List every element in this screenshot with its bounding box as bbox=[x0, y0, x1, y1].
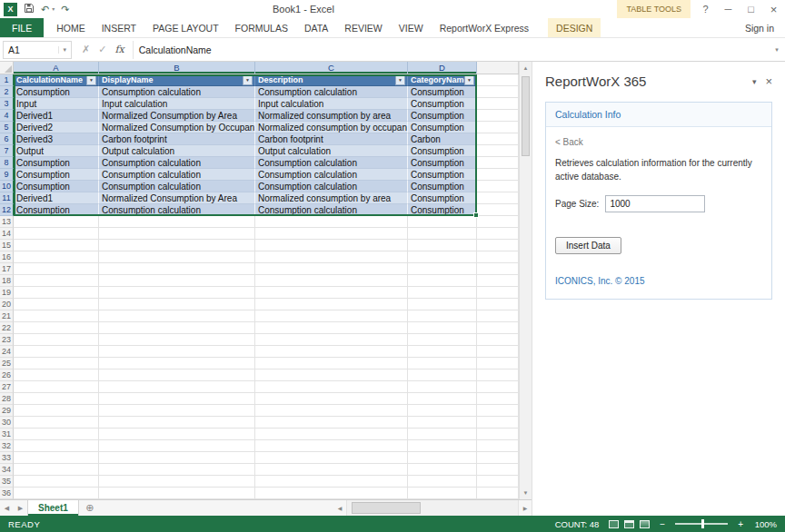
zoom-in-button[interactable]: + bbox=[738, 519, 743, 529]
empty-cell[interactable] bbox=[99, 440, 255, 452]
row-header-10[interactable]: 10 bbox=[0, 181, 14, 192]
empty-cell[interactable] bbox=[255, 240, 408, 251]
empty-cell[interactable] bbox=[477, 157, 519, 169]
close-button[interactable]: × bbox=[762, 0, 785, 18]
row-header-21[interactable]: 21 bbox=[0, 310, 14, 322]
empty-cell[interactable] bbox=[408, 393, 477, 405]
empty-cell[interactable] bbox=[99, 417, 255, 429]
table-cell[interactable]: Consumption calculation bbox=[255, 169, 408, 181]
restore-button[interactable]: □ bbox=[740, 0, 762, 18]
empty-cell[interactable] bbox=[255, 322, 408, 334]
table-cell[interactable]: Normalized consumption by area bbox=[255, 110, 408, 122]
row-header-29[interactable]: 29 bbox=[0, 405, 14, 417]
cancel-icon[interactable]: ✗ bbox=[82, 44, 90, 55]
empty-cell[interactable] bbox=[477, 429, 519, 440]
empty-cell[interactable] bbox=[14, 381, 99, 393]
empty-cell[interactable] bbox=[14, 476, 99, 488]
empty-cell[interactable] bbox=[255, 310, 408, 322]
ribbon-tab-insert[interactable]: INSERT bbox=[94, 18, 144, 37]
empty-cell[interactable] bbox=[255, 476, 408, 488]
table-cell[interactable]: Consumption bbox=[408, 181, 477, 192]
row-header-25[interactable]: 25 bbox=[0, 358, 14, 369]
empty-cell[interactable] bbox=[99, 310, 255, 322]
empty-cell[interactable] bbox=[477, 110, 519, 122]
empty-cell[interactable] bbox=[408, 263, 477, 275]
page-size-input[interactable] bbox=[605, 195, 705, 212]
table-cell[interactable]: Consumption calculation bbox=[255, 204, 408, 216]
fill-handle[interactable] bbox=[473, 212, 479, 218]
row-header-3[interactable]: 3 bbox=[0, 98, 14, 110]
empty-cell[interactable] bbox=[99, 346, 255, 358]
undo-dropdown-icon[interactable]: ▾ bbox=[52, 6, 55, 12]
empty-cell[interactable] bbox=[408, 417, 477, 429]
empty-cell[interactable] bbox=[99, 393, 255, 405]
empty-cell[interactable] bbox=[408, 488, 477, 499]
iconics-copyright-link[interactable]: ICONICS, Inc. © 2015 bbox=[555, 276, 762, 286]
zoom-percentage[interactable]: 100% bbox=[753, 519, 777, 529]
ribbon-tab-view[interactable]: VIEW bbox=[391, 18, 432, 37]
filter-dropdown-button[interactable]: ▼ bbox=[395, 75, 405, 85]
empty-cell[interactable] bbox=[99, 381, 255, 393]
empty-cell[interactable] bbox=[408, 240, 477, 251]
table-cell[interactable]: Input calculation bbox=[99, 98, 255, 110]
row-header-23[interactable]: 23 bbox=[0, 334, 14, 346]
table-cell[interactable]: Derived1 bbox=[14, 110, 99, 122]
empty-cell[interactable] bbox=[14, 464, 99, 476]
empty-cell[interactable] bbox=[255, 417, 408, 429]
empty-cell[interactable] bbox=[255, 452, 408, 464]
empty-cell[interactable] bbox=[477, 369, 519, 381]
row-header-16[interactable]: 16 bbox=[0, 251, 14, 263]
empty-cell[interactable] bbox=[408, 476, 477, 488]
empty-cell[interactable] bbox=[99, 299, 255, 310]
empty-cell[interactable] bbox=[99, 429, 255, 440]
table-header-cell[interactable]: Description▼ bbox=[255, 74, 408, 86]
empty-cell[interactable] bbox=[477, 98, 519, 110]
empty-cell[interactable] bbox=[477, 228, 519, 240]
table-cell[interactable]: Consumption bbox=[408, 145, 477, 157]
table-cell[interactable]: Consumption calculation bbox=[99, 169, 255, 181]
empty-cell[interactable] bbox=[255, 429, 408, 440]
empty-cell[interactable] bbox=[99, 322, 255, 334]
row-header-12[interactable]: 12 bbox=[0, 204, 14, 216]
table-cell[interactable]: Normalized consumption by occupancy bbox=[255, 122, 408, 133]
empty-cell[interactable] bbox=[477, 346, 519, 358]
empty-cell[interactable] bbox=[408, 216, 477, 228]
table-cell[interactable]: Consumption bbox=[408, 157, 477, 169]
ribbon-tab-data[interactable]: DATA bbox=[296, 18, 336, 37]
empty-cell[interactable] bbox=[477, 310, 519, 322]
table-cell[interactable]: Consumption calculation bbox=[99, 86, 255, 98]
table-cell[interactable]: Derived3 bbox=[14, 133, 99, 145]
pane-close-icon[interactable]: × bbox=[762, 74, 772, 88]
column-header-B[interactable]: B bbox=[99, 62, 255, 74]
empty-cell[interactable] bbox=[255, 405, 408, 417]
empty-cell[interactable] bbox=[408, 275, 477, 287]
empty-cell[interactable] bbox=[408, 405, 477, 417]
empty-cell[interactable] bbox=[255, 381, 408, 393]
table-cell[interactable]: Consumption bbox=[408, 192, 477, 204]
table-cell[interactable]: Consumption bbox=[408, 169, 477, 181]
table-cell[interactable]: Input bbox=[14, 98, 99, 110]
help-button[interactable]: ? bbox=[694, 0, 717, 18]
empty-cell[interactable] bbox=[255, 275, 408, 287]
empty-cell[interactable] bbox=[477, 452, 519, 464]
ribbon-tab-design[interactable]: DESIGN bbox=[548, 18, 601, 37]
insert-function-icon[interactable]: fx bbox=[114, 44, 124, 55]
row-header-13[interactable]: 13 bbox=[0, 216, 14, 228]
table-cell[interactable]: Consumption bbox=[14, 157, 99, 169]
table-cell[interactable]: Consumption calculation bbox=[255, 86, 408, 98]
empty-cell[interactable] bbox=[99, 405, 255, 417]
scroll-left-icon[interactable]: ◀ bbox=[333, 500, 346, 516]
empty-cell[interactable] bbox=[14, 488, 99, 499]
empty-cell[interactable] bbox=[14, 251, 99, 263]
column-header-D[interactable]: D bbox=[408, 62, 477, 74]
table-cell[interactable]: Output calculation bbox=[99, 145, 255, 157]
empty-cell[interactable] bbox=[408, 358, 477, 369]
row-header-34[interactable]: 34 bbox=[0, 464, 14, 476]
empty-cell[interactable] bbox=[477, 322, 519, 334]
empty-cell[interactable] bbox=[477, 417, 519, 429]
table-cell[interactable]: Consumption bbox=[408, 86, 477, 98]
ribbon-tab-home[interactable]: HOME bbox=[48, 18, 94, 37]
empty-cell[interactable] bbox=[477, 393, 519, 405]
zoom-slider[interactable] bbox=[675, 523, 728, 525]
empty-cell[interactable] bbox=[14, 429, 99, 440]
